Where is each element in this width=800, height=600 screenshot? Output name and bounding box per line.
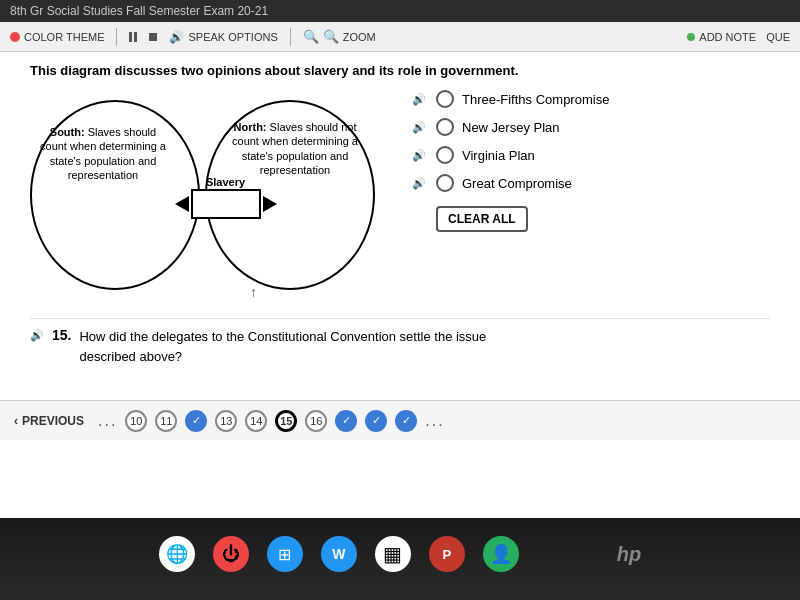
qr-icon[interactable]: ▦ xyxy=(375,536,411,572)
zoom-btn[interactable]: 🔍 🔍 ZOOM xyxy=(303,29,376,44)
taskbar: 🌐 ⏻ ⊞ W ▦ P 👤 hp xyxy=(0,518,800,600)
question-text: How did the delegates to the Constitutio… xyxy=(79,327,486,366)
speak-options-label: SPEAK OPTIONS xyxy=(188,31,277,43)
divider2 xyxy=(290,28,291,46)
previous-button[interactable]: ‹ PREVIOUS xyxy=(14,414,84,428)
que-label: QUE xyxy=(766,31,790,43)
question-speaker-icon[interactable]: 🔊 xyxy=(30,329,44,342)
diagram-area: South: Slaves should count when determin… xyxy=(30,90,390,300)
question-instruction: This diagram discusses two opinions abou… xyxy=(30,62,770,80)
left-oval-title: South: xyxy=(50,126,85,138)
clear-all-button[interactable]: CLEAR ALL xyxy=(436,206,528,232)
nav-page-12[interactable]: ✓ xyxy=(185,410,207,432)
word-icon[interactable]: W xyxy=(321,536,357,572)
divider xyxy=(116,28,117,46)
color-theme-label: COLOR THEME xyxy=(24,31,104,43)
zoom-icon2: 🔍 xyxy=(323,29,339,44)
toolbar: COLOR THEME 🔊 SPEAK OPTIONS 🔍 🔍 ZOOM ADD… xyxy=(0,22,800,52)
nav-page-14[interactable]: 14 xyxy=(245,410,267,432)
radio-c[interactable] xyxy=(436,146,454,164)
answer-label-c: Virginia Plan xyxy=(462,148,535,163)
radio-d[interactable] xyxy=(436,174,454,192)
answer-label-d: Great Compromise xyxy=(462,176,572,191)
top-right-controls: ADD NOTE QUE xyxy=(687,31,790,43)
answer-option-b: 🔊 New Jersey Plan xyxy=(410,118,770,136)
title-text: 8th Gr Social Studies Fall Semester Exam… xyxy=(10,4,268,18)
zoom-label: ZOOM xyxy=(343,31,376,43)
pause-icon xyxy=(129,32,137,42)
add-note-icon xyxy=(687,33,695,41)
nav-page-19[interactable]: ✓ xyxy=(395,410,417,432)
nav-page-15[interactable]: 15 xyxy=(275,410,297,432)
chrome-icon[interactable]: 🌐 xyxy=(159,536,195,572)
main-content: This diagram discusses two opinions abou… xyxy=(0,52,800,376)
right-arrow-icon xyxy=(263,196,277,212)
radio-b[interactable] xyxy=(436,118,454,136)
left-arrow-icon xyxy=(175,196,189,212)
slavery-label: Slavery xyxy=(206,176,245,188)
nav-page-17[interactable]: ✓ xyxy=(335,410,357,432)
color-theme-icon xyxy=(10,32,20,42)
left-oval-text: South: Slaves should count when determin… xyxy=(38,125,168,182)
speak-icon-a[interactable]: 🔊 xyxy=(410,92,428,106)
add-note-label: ADD NOTE xyxy=(699,31,756,43)
nav-page-11[interactable]: 11 xyxy=(155,410,177,432)
nav-dots-left: ... xyxy=(98,412,117,430)
speak-icon-c[interactable]: 🔊 xyxy=(410,148,428,162)
stop-btn[interactable] xyxy=(149,33,157,41)
center-box-area: Slavery xyxy=(178,168,273,223)
arrow-box xyxy=(191,189,261,219)
pause-btn[interactable] xyxy=(129,32,137,42)
answer-option-c: 🔊 Virginia Plan xyxy=(410,146,770,164)
question-line2: described above? xyxy=(79,347,486,367)
que-btn[interactable]: QUE xyxy=(766,31,790,43)
title-bar: 8th Gr Social Studies Fall Semester Exam… xyxy=(0,0,800,22)
prev-chevron-icon: ‹ xyxy=(14,414,18,428)
hp-logo: hp xyxy=(617,543,641,566)
answer-option-d: 🔊 Great Compromise xyxy=(410,174,770,192)
cursor-icon: ↑ xyxy=(250,284,257,300)
speak-icon-d[interactable]: 🔊 xyxy=(410,176,428,190)
speaker-icon: 🔊 xyxy=(169,30,184,44)
speak-icon-b[interactable]: 🔊 xyxy=(410,120,428,134)
answer-label-a: Three-Fifths Compromise xyxy=(462,92,609,107)
radio-a[interactable] xyxy=(436,90,454,108)
nav-page-13[interactable]: 13 xyxy=(215,410,237,432)
right-oval-title: North: xyxy=(234,121,267,133)
user-icon[interactable]: 👤 xyxy=(483,536,519,572)
color-theme-btn[interactable]: COLOR THEME xyxy=(10,31,104,43)
question-number: 15. xyxy=(52,327,71,343)
question-body: South: Slaves should count when determin… xyxy=(30,90,770,300)
question-line1: How did the delegates to the Constitutio… xyxy=(79,327,486,347)
windows-icon[interactable]: ⊞ xyxy=(267,536,303,572)
answer-option-a: 🔊 Three-Fifths Compromise xyxy=(410,90,770,108)
answer-label-b: New Jersey Plan xyxy=(462,120,560,135)
stop-icon xyxy=(149,33,157,41)
add-note-btn[interactable]: ADD NOTE xyxy=(687,31,756,43)
question-section: 🔊 15. How did the delegates to the Const… xyxy=(30,318,770,366)
speak-options-btn[interactable]: 🔊 SPEAK OPTIONS xyxy=(169,30,277,44)
nav-dots-right: ... xyxy=(425,412,444,430)
previous-label: PREVIOUS xyxy=(22,414,84,428)
answer-choices: 🔊 Three-Fifths Compromise 🔊 New Jersey P… xyxy=(410,90,770,232)
bottom-navigation: ‹ PREVIOUS ... 10 11 ✓ 13 14 15 16 ✓ ✓ xyxy=(0,400,800,440)
zoom-icon: 🔍 xyxy=(303,29,319,44)
nav-page-16[interactable]: 16 xyxy=(305,410,327,432)
nav-page-18[interactable]: ✓ xyxy=(365,410,387,432)
power-icon[interactable]: ⏻ xyxy=(213,536,249,572)
nav-page-10[interactable]: 10 xyxy=(125,410,147,432)
powerpoint-icon[interactable]: P xyxy=(429,536,465,572)
